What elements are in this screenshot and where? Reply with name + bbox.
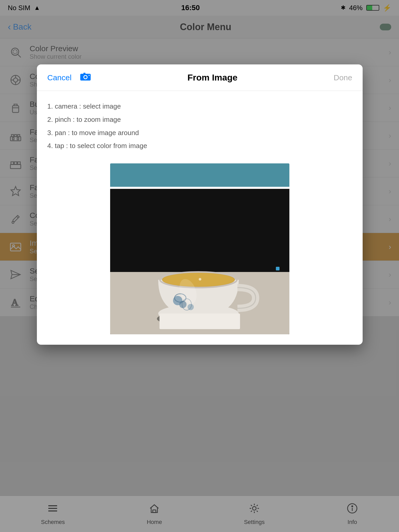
camera-icon: [80, 72, 91, 83]
svg-point-50: [199, 278, 201, 281]
modal-image-area: [37, 158, 363, 345]
done-button[interactable]: Done: [334, 73, 352, 82]
from-image-modal: Cancel From Image Done 1. camera : selec…: [37, 64, 363, 345]
instruction-4: 4. tap : to select color from image: [47, 140, 352, 152]
modal-instructions: 1. camera : select image 2. pinch : to z…: [37, 91, 363, 158]
svg-rect-51: [276, 267, 280, 270]
instruction-1: 1. camera : select image: [47, 100, 352, 112]
svg-point-35: [89, 75, 90, 76]
tea-cup-image[interactable]: [110, 189, 289, 334]
instruction-3: 3. pan : to move image around: [47, 127, 352, 139]
svg-point-46: [163, 273, 234, 287]
modal-header: Cancel From Image Done: [37, 64, 363, 91]
svg-rect-48: [159, 314, 240, 329]
instruction-2: 2. pinch : to zoom image: [47, 114, 352, 126]
cancel-button[interactable]: Cancel: [47, 73, 71, 82]
svg-point-33: [84, 76, 87, 78]
modal-left: Cancel: [47, 72, 91, 83]
svg-rect-34: [83, 73, 85, 74]
modal-title: From Image: [187, 72, 237, 83]
color-swatch: [110, 163, 289, 187]
